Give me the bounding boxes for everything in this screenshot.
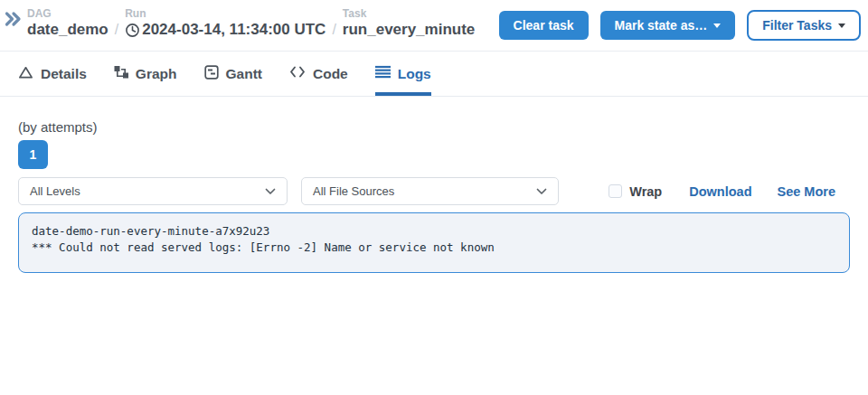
log-level-selected-value: All Levels: [30, 184, 80, 198]
see-more-link[interactable]: See More: [778, 184, 835, 199]
breadcrumb: DAG date_demo / Run 2024-03-14, 11:34:00…: [27, 7, 475, 40]
logs-panel: (by attempts) 1 All Levels All File Sour…: [0, 119, 868, 273]
log-level-select[interactable]: All Levels: [18, 177, 288, 205]
file-source-selected-value: All File Sources: [313, 184, 394, 198]
log-lines-icon: [375, 65, 391, 82]
mark-state-as-button[interactable]: Mark state as…: [600, 11, 736, 40]
dag-label: DAG: [27, 7, 108, 20]
breadcrumb-run[interactable]: Run 2024-03-14, 11:34:00 UTC: [125, 7, 326, 40]
attempt-1-button[interactable]: 1: [18, 140, 48, 169]
caret-down-icon: [838, 24, 845, 28]
task-id: run_every_minute: [343, 20, 475, 40]
wrap-label: Wrap: [629, 184, 662, 199]
log-filter-row: All Levels All File Sources Wrap Downloa…: [18, 177, 850, 205]
caret-down-icon: [713, 24, 721, 28]
download-link[interactable]: Download: [689, 184, 751, 199]
breadcrumb-separator: /: [332, 22, 335, 40]
log-output[interactable]: date-demo-run-every-minute-a7x92u23*** C…: [18, 212, 850, 273]
header-actions: Clear task Mark state as… Filter Tasks: [499, 7, 861, 41]
run-timestamp-text: 2024-03-14, 11:34:00 UTC: [142, 20, 326, 40]
chevron-down-icon: [265, 184, 276, 198]
log-line: date-demo-run-every-minute-a7x92u23: [32, 223, 836, 240]
task-header: DAG date_demo / Run 2024-03-14, 11:34:00…: [0, 0, 868, 52]
tab-details[interactable]: Details: [18, 52, 87, 96]
tab-logs[interactable]: Logs: [375, 52, 431, 96]
file-source-select[interactable]: All File Sources: [301, 177, 559, 205]
code-brackets-icon: [289, 65, 306, 82]
task-label: Task: [343, 7, 475, 20]
run-label: Run: [125, 7, 326, 20]
node-graph-icon: [114, 65, 128, 83]
dag-id: date_demo: [27, 20, 108, 40]
by-attempts-label: (by attempts): [18, 119, 850, 135]
run-timestamp: 2024-03-14, 11:34:00 UTC: [125, 20, 326, 40]
tab-graph[interactable]: Graph: [114, 52, 177, 96]
breadcrumb-dag[interactable]: DAG date_demo: [27, 7, 108, 40]
tab-gantt[interactable]: Gantt: [204, 52, 262, 96]
wrap-toggle[interactable]: Wrap: [609, 184, 662, 199]
breadcrumb-separator: /: [115, 22, 118, 40]
triangle-icon: [18, 65, 33, 83]
filter-tasks-button[interactable]: Filter Tasks: [747, 10, 861, 41]
clock-icon: [125, 23, 140, 38]
tab-code[interactable]: Code: [289, 52, 348, 96]
wrap-checkbox[interactable]: [609, 184, 622, 198]
double-chevron-right-icon[interactable]: [5, 11, 22, 31]
breadcrumb-task[interactable]: Task run_every_minute: [343, 7, 475, 40]
gantt-chart-icon: [204, 65, 219, 83]
chevron-down-icon: [536, 184, 547, 198]
clear-task-button[interactable]: Clear task: [499, 11, 589, 40]
tab-bar: Details Graph Gantt: [0, 52, 868, 97]
log-line: *** Could not read served logs: [Errno -…: [32, 240, 836, 256]
